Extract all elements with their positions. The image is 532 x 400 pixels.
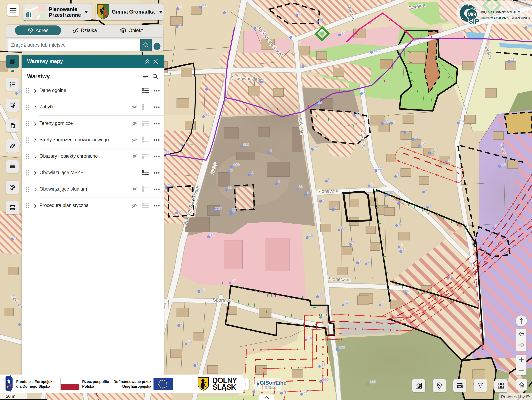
svg-text:11A: 11A — [243, 143, 249, 147]
svg-text:17: 17 — [232, 279, 236, 283]
svg-text:4: 4 — [180, 5, 182, 9]
svg-text:1: 1 — [226, 9, 228, 13]
svg-text:4: 4 — [305, 63, 307, 67]
svg-text:14: 14 — [201, 288, 205, 292]
svg-text:20: 20 — [528, 24, 532, 28]
svg-text:9: 9 — [363, 89, 365, 94]
svg-text:6: 6 — [397, 173, 399, 177]
svg-text:19: 19 — [283, 389, 287, 393]
svg-text:4: 4 — [408, 290, 410, 294]
svg-text:4: 4 — [307, 191, 309, 195]
svg-text:1: 1 — [495, 224, 497, 228]
svg-text:5: 5 — [335, 206, 336, 209]
svg-text:12A: 12A — [373, 49, 380, 52]
svg-text:1: 1 — [14, 235, 16, 239]
svg-text:10: 10 — [399, 222, 402, 225]
svg-text:35: 35 — [345, 301, 349, 305]
svg-text:8: 8 — [407, 129, 409, 133]
svg-text:16D: 16D — [323, 378, 329, 381]
svg-text:12D: 12D — [215, 206, 222, 211]
svg-text:15: 15 — [308, 336, 312, 340]
svg-text:2B: 2B — [165, 151, 170, 155]
svg-text:3: 3 — [450, 274, 452, 278]
svg-text:5: 5 — [181, 322, 183, 325]
svg-text:16B: 16B — [370, 380, 376, 384]
svg-text:2: 2 — [371, 182, 373, 186]
svg-text:9: 9 — [263, 78, 265, 82]
svg-text:6A: 6A — [384, 119, 389, 123]
svg-text:19: 19 — [309, 234, 313, 238]
svg-text:6: 6 — [179, 23, 181, 27]
svg-text:12: 12 — [319, 18, 323, 22]
svg-text:2: 2 — [429, 204, 431, 207]
svg-text:8: 8 — [208, 85, 210, 89]
svg-text:2: 2 — [231, 168, 232, 172]
svg-text:36: 36 — [323, 313, 326, 317]
svg-text:2: 2 — [257, 25, 259, 28]
svg-text:21: 21 — [304, 390, 307, 394]
svg-text:4: 4 — [252, 171, 253, 175]
svg-text:11: 11 — [356, 112, 360, 116]
svg-text:3: 3 — [352, 240, 354, 244]
svg-text:12: 12 — [378, 167, 382, 170]
svg-text:Sportowa: Sportowa — [213, 297, 233, 303]
svg-text:11: 11 — [511, 58, 514, 62]
svg-text:6: 6 — [278, 180, 280, 184]
svg-text:1A: 1A — [460, 119, 465, 123]
svg-text:6: 6 — [403, 248, 404, 251]
svg-text:1: 1 — [359, 259, 361, 263]
svg-text:10: 10 — [415, 136, 419, 140]
svg-text:12: 12 — [341, 31, 345, 35]
svg-text:8: 8 — [400, 199, 402, 203]
svg-text:7: 7 — [323, 197, 324, 201]
svg-text:15: 15 — [210, 233, 214, 237]
svg-text:10: 10 — [388, 191, 392, 195]
svg-text:6: 6 — [368, 260, 370, 264]
svg-text:9: 9 — [197, 362, 198, 365]
svg-text:14: 14 — [431, 149, 435, 153]
svg-text:16: 16 — [314, 145, 318, 149]
svg-text:1: 1 — [401, 243, 403, 247]
svg-text:14: 14 — [318, 101, 322, 105]
svg-text:22: 22 — [232, 208, 236, 212]
svg-text:7: 7 — [382, 301, 384, 305]
svg-text:12: 12 — [178, 209, 182, 213]
svg-text:34: 34 — [319, 293, 323, 297]
svg-text:3A: 3A — [341, 226, 345, 230]
svg-text:6: 6 — [393, 119, 395, 123]
svg-text:12: 12 — [421, 142, 425, 146]
svg-text:10: 10 — [205, 113, 209, 117]
svg-text:20: 20 — [299, 185, 303, 189]
svg-text:7A: 7A — [188, 340, 192, 344]
svg-text:3A: 3A — [168, 184, 172, 188]
svg-text:4: 4 — [425, 188, 427, 192]
svg-text:Słoneczna: Słoneczna — [317, 188, 339, 194]
svg-text:13: 13 — [228, 185, 232, 189]
svg-text:11B: 11B — [234, 163, 240, 167]
svg-text:3: 3 — [299, 12, 301, 15]
svg-text:16: 16 — [448, 158, 452, 162]
svg-text:38: 38 — [321, 363, 325, 367]
svg-text:SIP: SIP — [469, 18, 479, 24]
svg-text:4: 4 — [293, 33, 295, 37]
svg-text:1B: 1B — [501, 162, 506, 166]
svg-text:MG: MG — [467, 12, 476, 18]
svg-text:1: 1 — [270, 149, 272, 152]
svg-text:4A: 4A — [202, 3, 207, 7]
svg-text:8: 8 — [328, 177, 330, 181]
svg-text:16A: 16A — [339, 346, 345, 350]
svg-text:4: 4 — [184, 141, 186, 145]
